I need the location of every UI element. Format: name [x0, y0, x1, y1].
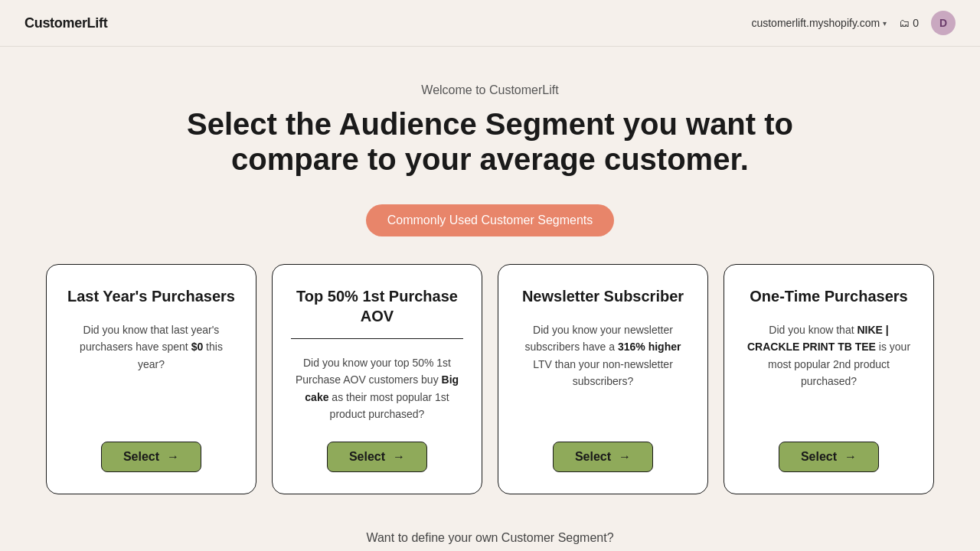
- header: CustomerLift customerlift.myshopify.com …: [0, 0, 980, 47]
- cart-count: 0: [913, 17, 919, 29]
- page-headline: Select the Audience Segment you want to …: [161, 106, 819, 177]
- bottom-text: Want to define your own Customer Segment…: [366, 531, 613, 545]
- arrow-icon-3: →: [619, 450, 631, 464]
- card-desc-4: Did you know that NIKE | CRACKLE PRINT T…: [743, 321, 915, 423]
- avatar-letter: D: [939, 17, 947, 29]
- welcome-text: Welcome to CustomerLift: [421, 83, 558, 97]
- logo: CustomerLift: [24, 15, 107, 31]
- select-label-4: Select: [801, 450, 837, 464]
- bottom-section: Want to define your own Customer Segment…: [366, 531, 613, 551]
- cards-grid: Last Year's Purchasers Did you know that…: [46, 264, 934, 494]
- card-one-time-purchasers: One-Time Purchasers Did you know that NI…: [724, 264, 934, 494]
- avatar[interactable]: D: [931, 11, 956, 35]
- select-label-2: Select: [349, 450, 385, 464]
- card-newsletter-subscriber: Newsletter Subscriber Did you know your …: [498, 264, 708, 494]
- card-desc-2: Did you know your top 50% 1st Purchase A…: [291, 354, 463, 423]
- card-desc-3: Did you know your newsletter subscribers…: [517, 321, 689, 423]
- arrow-icon-4: →: [844, 450, 857, 464]
- card-top-50-aov: Top 50% 1st Purchase AOV Did you know yo…: [272, 264, 482, 494]
- select-label-3: Select: [575, 450, 611, 464]
- arrow-icon-2: →: [393, 450, 405, 464]
- select-button-3[interactable]: Select →: [553, 442, 653, 472]
- chevron-down-icon: ▾: [883, 19, 887, 28]
- card-title-3: Newsletter Subscriber: [522, 286, 684, 306]
- segment-badge: Commonly Used Customer Segments: [366, 204, 615, 236]
- card-title-4: One-Time Purchasers: [750, 286, 907, 306]
- store-name[interactable]: customerlift.myshopify.com ▾: [751, 17, 887, 29]
- main-content: Welcome to CustomerLift Select the Audie…: [0, 47, 980, 551]
- card-separator-2: [291, 338, 463, 339]
- select-label-1: Select: [123, 450, 159, 464]
- card-title-2: Top 50% 1st Purchase AOV: [291, 286, 463, 326]
- cart-wrapper: 🗂 0: [899, 17, 919, 29]
- card-title-1: Last Year's Purchasers: [67, 286, 235, 306]
- header-right: customerlift.myshopify.com ▾ 🗂 0 D: [751, 11, 956, 35]
- arrow-icon-1: →: [167, 450, 179, 464]
- store-name-text: customerlift.myshopify.com: [751, 17, 880, 29]
- select-button-2[interactable]: Select →: [327, 442, 427, 472]
- select-button-1[interactable]: Select →: [101, 442, 201, 472]
- select-button-4[interactable]: Select →: [779, 442, 879, 472]
- card-last-year-purchasers: Last Year's Purchasers Did you know that…: [46, 264, 256, 494]
- cart-icon: 🗂: [899, 17, 910, 29]
- card-desc-1: Did you know that last year's purchasers…: [65, 321, 237, 423]
